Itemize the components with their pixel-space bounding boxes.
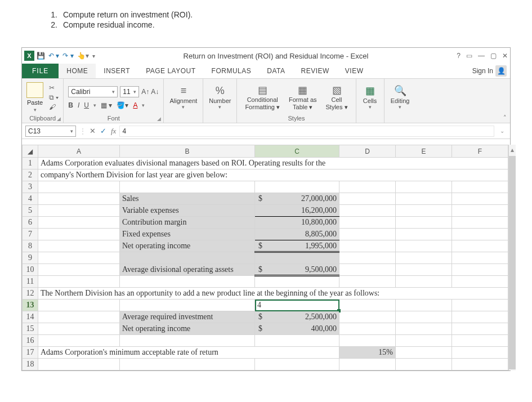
col-header-C[interactable]: C	[255, 145, 339, 158]
vertical-scrollbar[interactable]: ▴	[508, 145, 516, 370]
redo-icon[interactable]: ↷ ▾	[62, 52, 73, 60]
cell[interactable]: 1,995,000	[255, 240, 339, 252]
row-header[interactable]: 5	[23, 205, 38, 217]
col-header-F[interactable]: F	[452, 145, 508, 158]
paste-button[interactable]: Paste ▾	[26, 82, 43, 113]
titlebar: X 💾 ↶ ▾ ↷ ▾ 👆▾ ▾ Return on Investment (R…	[22, 48, 510, 64]
row-header[interactable]: 15	[23, 323, 38, 335]
cell[interactable]: Net operating income	[120, 323, 255, 335]
ribbon-display-icon[interactable]: ▭	[466, 52, 472, 60]
cancel-icon[interactable]: ✕	[90, 127, 96, 135]
col-header-A[interactable]: A	[38, 145, 120, 158]
cell[interactable]: The Northern Division has an opportunity…	[38, 288, 508, 300]
row-header[interactable]: 2	[23, 169, 38, 181]
shrink-font-icon[interactable]: A↓	[151, 88, 159, 96]
cell[interactable]: Fixed expenses	[120, 229, 255, 240]
font-size-select[interactable]: 11▾	[120, 86, 139, 97]
grow-font-icon[interactable]: A↑	[141, 88, 149, 96]
scrollbar-thumb[interactable]	[509, 156, 516, 369]
tab-data[interactable]: DATA	[259, 64, 293, 78]
tab-view[interactable]: VIEW	[337, 64, 372, 78]
expand-formula-bar-icon[interactable]: ⌄	[498, 128, 507, 134]
spreadsheet-grid[interactable]: ◢ A B C D E F 1Adams Corporation evaluat…	[22, 145, 508, 370]
row-header[interactable]: 16	[23, 335, 38, 347]
cut-icon[interactable]: ✂	[49, 84, 59, 92]
row-header[interactable]: 17	[23, 347, 38, 359]
fill-color-icon[interactable]: 🪣▾	[117, 101, 128, 109]
select-all-corner[interactable]: ◢	[23, 145, 38, 158]
enter-icon[interactable]: ✓	[100, 127, 106, 135]
restore-icon[interactable]: ▢	[490, 52, 497, 60]
row-header[interactable]: 14	[23, 311, 38, 323]
cell[interactable]: 10,800,000	[255, 217, 339, 229]
touch-mode-icon[interactable]: 👆▾	[77, 52, 89, 60]
cell[interactable]: company's Northern Division for last yea…	[38, 169, 508, 181]
formula-input[interactable]: 4	[119, 126, 494, 137]
font-name-select[interactable]: Calibri▾	[68, 86, 118, 97]
undo-icon[interactable]: ↶ ▾	[48, 52, 59, 60]
row-header[interactable]: 10	[23, 264, 38, 276]
row-header[interactable]: 13	[23, 300, 38, 311]
row-header[interactable]: 8	[23, 240, 38, 252]
conditional-formatting-button[interactable]: ▤ ConditionalFormatting ▾	[242, 84, 283, 110]
italic-button[interactable]: I	[78, 101, 79, 109]
cell[interactable]: Variable expenses	[120, 205, 255, 217]
row-header[interactable]: 7	[23, 229, 38, 240]
col-header-B[interactable]: B	[120, 145, 255, 158]
help-icon[interactable]: ?	[457, 52, 461, 60]
cell[interactable]: Adams Corporation's minimum acceptable r…	[38, 347, 339, 359]
name-box[interactable]: C13▾	[25, 126, 76, 137]
border-icon[interactable]: ▦ ▾	[101, 101, 112, 109]
format-painter-icon[interactable]: 🖌	[49, 103, 59, 111]
cell[interactable]: 2,500,000	[255, 311, 339, 323]
active-cell[interactable]: 4	[255, 300, 339, 311]
alignment-button[interactable]: ≡ Alignment ▾	[166, 85, 200, 110]
tab-insert[interactable]: INSERT	[96, 64, 138, 78]
cell[interactable]: Net operating income	[120, 240, 255, 252]
row-header[interactable]: 3	[23, 181, 38, 193]
cell[interactable]: 15%	[339, 347, 396, 359]
tab-file[interactable]: FILE	[22, 64, 59, 78]
row-header[interactable]: 9	[23, 252, 38, 264]
row-header[interactable]: 1	[23, 158, 38, 169]
editing-button[interactable]: 🔍 Editing ▾	[387, 85, 413, 110]
clipboard-launcher-icon[interactable]: ◢	[57, 116, 61, 122]
cell[interactable]: 9,500,000	[255, 264, 339, 276]
underline-button[interactable]: U	[84, 101, 89, 109]
number-button[interactable]: % Number ▾	[205, 85, 234, 110]
col-header-E[interactable]: E	[396, 145, 452, 158]
collapse-ribbon-icon[interactable]: ˄	[503, 114, 507, 122]
sign-in[interactable]: Sign In 👤	[469, 64, 510, 78]
close-icon[interactable]: ✕	[502, 52, 508, 60]
cell[interactable]: Contribution margin	[120, 217, 255, 229]
cell[interactable]: Average required investment	[120, 311, 255, 323]
row-header[interactable]: 4	[23, 193, 38, 205]
cell[interactable]: Sales	[120, 193, 255, 205]
row-header[interactable]: 11	[23, 276, 38, 288]
copy-icon[interactable]: ⧉ ▾	[49, 93, 59, 101]
cell[interactable]: Adams Corporation evaluates divisional m…	[38, 158, 508, 169]
fx-icon[interactable]: fx	[111, 127, 116, 136]
cells-button[interactable]: ▦ Cells ▾	[360, 85, 380, 110]
cell[interactable]: 16,200,000	[255, 205, 339, 217]
tab-page-layout[interactable]: PAGE LAYOUT	[138, 64, 203, 78]
bold-button[interactable]: B	[68, 101, 73, 109]
cell[interactable]: 8,805,000	[255, 229, 339, 240]
tab-home[interactable]: HOME	[59, 64, 96, 78]
row-header[interactable]: 18	[23, 359, 38, 370]
col-header-D[interactable]: D	[339, 145, 396, 158]
font-color-icon[interactable]: A	[133, 101, 137, 109]
format-as-table-button[interactable]: ▦ Format asTable ▾	[285, 84, 320, 110]
cell[interactable]: 27,000,000	[255, 193, 339, 205]
cell[interactable]: 400,000	[255, 323, 339, 335]
scroll-up-icon[interactable]: ▴	[511, 146, 514, 154]
minimize-icon[interactable]: —	[478, 52, 485, 60]
save-icon[interactable]: 💾	[37, 52, 45, 60]
row-header[interactable]: 6	[23, 217, 38, 229]
cell[interactable]: Average divisional operating assets	[120, 264, 255, 276]
font-launcher-icon[interactable]: ◢	[157, 116, 161, 122]
tab-formulas[interactable]: FORMULAS	[204, 64, 260, 78]
row-header[interactable]: 12	[23, 288, 38, 300]
cell-styles-button[interactable]: ▧ CellStyles ▾	[323, 84, 351, 110]
tab-review[interactable]: REVIEW	[293, 64, 337, 78]
